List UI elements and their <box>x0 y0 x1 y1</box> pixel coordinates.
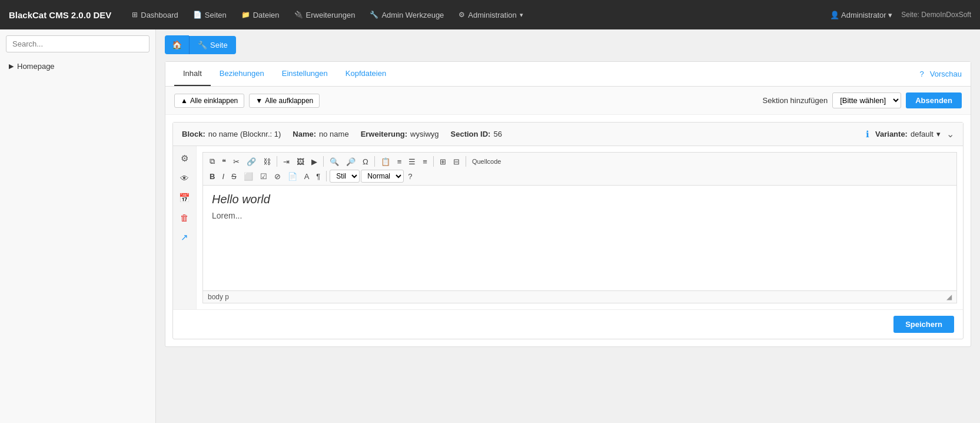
toolbar-sep-3 <box>374 156 375 167</box>
tree-item-homepage[interactable]: ▶ Homepage <box>6 60 150 73</box>
tb-unlink[interactable]: ⛓ <box>260 156 274 168</box>
nav-admin-werkzeuge[interactable]: 🔧 Admin Werkzeuge <box>364 7 450 23</box>
tab-kopfdateien[interactable]: Kopfdateien <box>337 62 395 86</box>
editor-heading: Hello world <box>212 193 948 206</box>
variant-area: Variante: default ▾ <box>875 130 941 138</box>
navbar-right: 👤 Administrator ▾ Seite: DemoInDoxSoft <box>830 11 971 19</box>
seite-button[interactable]: 🔧 Seite <box>189 36 236 54</box>
tb-media[interactable]: ▶ <box>308 156 320 168</box>
tb-cut[interactable]: ✂ <box>230 156 242 168</box>
toolbar-row-2: B I S ⬜ ☑ ⊘ 📄 A ¶ S <box>207 170 953 183</box>
administration-icon: ⚙ <box>459 11 465 19</box>
erweiterungen-icon: 🔌 <box>294 11 303 19</box>
section-add-area: Sektion hinzufügen [Bitte wählen] Absend… <box>763 92 962 108</box>
variant-dropdown-arrow[interactable]: ▾ <box>936 130 941 138</box>
tb-align-right[interactable]: ≡ <box>420 156 430 168</box>
block-section-id-field: Section ID: 56 <box>451 130 502 138</box>
seite-icon: 🔧 <box>198 41 207 49</box>
save-row: Speichern <box>173 309 963 339</box>
block-erweiterung-field: Erweiterung: wysiwyg <box>361 130 439 138</box>
block-collapse-icon[interactable]: ⌄ <box>946 128 954 140</box>
tb-zoom-in[interactable]: 🔍 <box>327 156 342 168</box>
tab-einstellungen[interactable]: Einstellungen <box>273 62 337 86</box>
tab-beziehungen[interactable]: Beziehungen <box>211 62 273 86</box>
block-header-actions: ℹ Variante: default ▾ ⌄ <box>866 128 954 140</box>
tb-block[interactable]: ⊘ <box>271 170 284 183</box>
tb-align-center[interactable]: ☰ <box>406 156 418 168</box>
nav-dashboard[interactable]: ⊞ Dashboard <box>126 7 184 23</box>
tb-indent[interactable]: ⇥ <box>280 156 293 168</box>
nav-seiten[interactable]: 📄 Seiten <box>187 7 232 23</box>
calendar-icon[interactable]: 📅 <box>177 190 192 206</box>
tab-actions: ? Vorschau <box>920 62 962 86</box>
info-icon[interactable]: ℹ <box>866 129 869 140</box>
home-button[interactable]: 🏠 <box>165 35 189 54</box>
normal-select[interactable]: Normal <box>361 170 404 183</box>
nav-administration[interactable]: ⚙ Administration ▾ <box>453 7 529 23</box>
block-header: Block: no name (Blocknr.: 1) Name: no na… <box>173 123 963 146</box>
breadcrumb-bar: 🏠 🔧 Seite <box>165 35 971 54</box>
toolbar-sep-2 <box>323 156 324 167</box>
editor-toolbar: ⧉ ❝ ✂ 🔗 ⛓ ⇥ 🖼 ▶ 🔍 � <box>202 152 957 185</box>
administration-dropdown-arrow: ▾ <box>520 11 523 19</box>
nav-erweiterungen[interactable]: 🔌 Erweiterungen <box>288 7 361 23</box>
navbar: BlackCat CMS 2.0.0 DEV ⊞ Dashboard 📄 Sei… <box>0 0 980 29</box>
collapse-icon: ▲ <box>181 97 188 105</box>
expand-icon: ▼ <box>255 97 263 105</box>
tabs-bar: Inhalt Beziehungen Einstellungen Kopfdat… <box>165 62 971 87</box>
stil-select[interactable]: Stil <box>330 170 360 183</box>
settings-icon[interactable]: ⚙ <box>178 151 191 166</box>
tb-bold[interactable]: B <box>207 170 218 183</box>
collapse-all-button[interactable]: ▲ Alle einklappen <box>174 94 244 108</box>
tb-align-left[interactable]: ≡ <box>394 156 405 168</box>
tb-table2[interactable]: ⊟ <box>450 156 463 168</box>
dateien-icon: 📁 <box>241 11 250 19</box>
external-link-icon[interactable]: ↗ <box>178 230 191 245</box>
preview-button[interactable]: Vorschau <box>930 70 962 78</box>
tb-special[interactable]: Ω <box>360 156 371 168</box>
editor-statusbar: body p ◢ <box>202 291 957 303</box>
editor-content[interactable]: Hello world Lorem... <box>202 185 957 291</box>
help-button[interactable]: ? <box>920 70 924 78</box>
site-link[interactable]: Seite: DemoInDoxSoft <box>901 11 971 19</box>
tab-inhalt[interactable]: Inhalt <box>174 62 211 86</box>
preview-icon[interactable]: 👁 <box>178 171 191 186</box>
absenden-button[interactable]: Absenden <box>906 92 962 108</box>
tb-zoom-out[interactable]: 🔎 <box>343 156 358 168</box>
tb-checkbox[interactable]: ☑ <box>257 170 270 183</box>
tb-source[interactable]: Quellcode <box>469 156 504 167</box>
speichern-button[interactable]: Speichern <box>893 316 954 333</box>
delete-icon[interactable]: 🗑 <box>178 210 191 225</box>
section-select[interactable]: [Bitte wählen] <box>832 92 901 108</box>
resize-handle[interactable]: ◢ <box>946 293 952 301</box>
search-input[interactable] <box>6 35 150 52</box>
tb-italic[interactable]: I <box>219 170 227 183</box>
tb-link[interactable]: 🔗 <box>244 156 259 168</box>
tb-blockquote[interactable]: ❝ <box>219 156 229 168</box>
toolbar-sep-6 <box>326 171 327 181</box>
seiten-icon: 📄 <box>193 11 202 19</box>
nav-dateien[interactable]: 📁 Dateien <box>235 7 285 23</box>
tb-paragraph[interactable]: ¶ <box>313 170 323 183</box>
statusbar-text: body p <box>208 293 229 301</box>
editor-area: ⧉ ❝ ✂ 🔗 ⛓ ⇥ 🖼 ▶ 🔍 � <box>197 146 963 309</box>
tb-strikethrough[interactable]: S <box>228 170 240 183</box>
tb-page[interactable]: 📄 <box>285 170 300 183</box>
sidebar: ▶ Homepage <box>0 29 156 423</box>
tb-help[interactable]: ? <box>405 170 415 183</box>
block-name-info: Block: no name (Blocknr.: 1) <box>182 130 281 138</box>
tb-text-color[interactable]: A <box>301 170 313 183</box>
tree-item-label: Homepage <box>17 62 55 71</box>
tb-input[interactable]: ⬜ <box>241 170 256 183</box>
main-content: 🏠 🔧 Seite Inhalt Beziehungen Einstellung… <box>156 29 980 423</box>
block-name-field: Name: no name <box>293 130 348 138</box>
expand-all-button[interactable]: ▼ Alle aufklappen <box>249 94 320 108</box>
admin-user[interactable]: 👤 Administrator ▾ <box>830 11 892 19</box>
content-panel: Inhalt Beziehungen Einstellungen Kopfdat… <box>165 61 971 347</box>
block-container: Block: no name (Blocknr.: 1) Name: no na… <box>172 122 964 339</box>
tb-table[interactable]: ⊞ <box>437 156 449 168</box>
tb-paste[interactable]: 📋 <box>378 156 393 168</box>
tb-copy[interactable]: ⧉ <box>207 155 218 168</box>
toolbar-sep-5 <box>466 156 466 167</box>
tb-image[interactable]: 🖼 <box>294 156 307 168</box>
